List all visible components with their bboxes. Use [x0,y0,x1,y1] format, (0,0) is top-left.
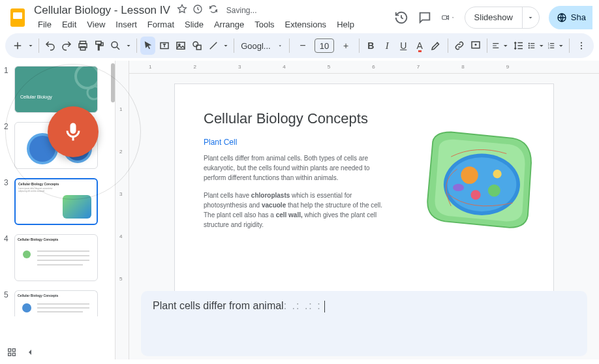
caption-cursor [324,301,325,312]
new-slide-button[interactable] [10,37,25,55]
slideshow-caret[interactable] [522,7,539,28]
menu-slide[interactable]: Slide [181,18,207,31]
history-icon[interactable] [394,10,408,25]
thumb-row-5[interactable]: 5 Cellular Biology Concepts [4,290,111,316]
menu-view[interactable]: View [83,18,109,31]
svg-rect-9 [177,42,185,50]
image-tool[interactable] [173,37,188,55]
underline-button[interactable]: U [396,37,411,55]
svg-point-37 [493,170,501,178]
font-size-input[interactable]: 10 [315,38,334,53]
share-button[interactable]: Sha [549,6,592,29]
plant-cell-image[interactable] [414,126,538,237]
svg-point-20 [580,42,581,43]
font-size-decrease[interactable]: − [294,37,312,55]
line-tool[interactable] [206,37,221,55]
slide-paragraph-1: Plant cells differ from animal cells. Bo… [204,153,386,183]
svg-rect-39 [8,349,11,352]
star-icon[interactable] [177,4,187,17]
select-tool[interactable] [140,37,155,55]
mic-button[interactable] [48,106,99,157]
italic-button[interactable]: I [380,37,395,55]
line-caret[interactable] [222,37,230,55]
numbered-list-button[interactable]: 123 [547,37,565,55]
menu-file[interactable]: File [34,18,55,31]
svg-point-38 [453,184,464,191]
slide-thumb-4[interactable]: Cellular Biology Concepts [14,234,98,281]
svg-point-11 [193,42,198,47]
add-comment-button[interactable] [468,37,483,55]
menu-insert[interactable]: Insert [112,18,141,31]
svg-rect-40 [12,349,15,352]
menu-format[interactable]: Format [144,18,178,31]
svg-point-34 [461,166,478,183]
toolbar: Googl... − 10 + B I U A 123 [5,33,594,58]
svg-rect-41 [8,353,11,356]
more-tools-button[interactable] [574,37,589,55]
bold-button[interactable]: B [363,37,378,55]
move-icon[interactable] [192,4,203,17]
title-area: Cellular Biology - Lesson IV Saving... F… [34,4,389,31]
slide-thumb-1[interactable]: Cellular Biology [14,66,98,113]
thumb-row-3[interactable]: 3 Cellular Biology Concepts Lorem ipsum … [4,178,111,225]
svg-point-30 [23,250,31,258]
svg-point-14 [529,43,529,44]
highlight-button[interactable] [429,37,444,55]
slide-thumb-3[interactable]: Cellular Biology Concepts Lorem ipsum do… [14,178,98,225]
menu-extensions[interactable]: Extensions [281,18,331,31]
comment-icon[interactable] [418,10,432,25]
undo-button[interactable] [43,37,58,55]
line-spacing-button[interactable] [511,37,526,55]
svg-rect-1 [442,16,446,20]
textbox-tool[interactable] [157,37,172,55]
redo-button[interactable] [59,37,74,55]
shape-tool[interactable] [189,37,204,55]
app-logo[interactable] [7,7,29,29]
svg-point-16 [529,48,529,48]
text-color-button[interactable]: A [412,37,427,55]
svg-point-31 [22,303,31,312]
svg-point-35 [488,185,500,197]
slide-panel: 1 Cellular Biology 2 3 Cellular Biology … [0,61,115,359]
thumb-row-1[interactable]: 1 Cellular Biology [4,66,111,113]
svg-point-7 [112,42,117,48]
svg-point-21 [580,45,581,46]
menu-help[interactable]: Help [333,18,358,31]
slideshow-label[interactable]: Slideshow [465,7,522,28]
svg-point-23 [76,66,98,88]
new-slide-caret[interactable] [27,37,35,55]
menu-edit[interactable]: Edit [58,18,80,31]
thumb-1-decoration [61,66,98,102]
font-selector[interactable]: Googl... [238,41,285,51]
menu-tools[interactable]: Tools [251,18,278,31]
caption-text: Plant cells differ from animal [153,300,284,311]
slide-canvas[interactable]: Cellular Biology Concepts Plant Cell Pla… [175,84,553,293]
menu-arrange[interactable]: Arrange [210,18,248,31]
speaker-notes[interactable]: Plant cells differ from animal: .: .: : [141,291,587,356]
print-button[interactable] [76,37,91,55]
titlebar: Cellular Biology - Lesson IV Saving... F… [0,0,599,31]
vertical-ruler: 1 2 3 4 5 [115,61,129,359]
svg-rect-42 [12,353,15,356]
zoom-button[interactable] [108,37,123,55]
font-size-increase[interactable]: + [337,37,355,55]
slide-title[interactable]: Cellular Biology Concepts [204,110,525,127]
thumb-row-4[interactable]: 4 Cellular Biology Concepts [4,234,111,281]
thumb-4-content [18,241,96,274]
align-button[interactable] [491,37,510,55]
slide-body[interactable]: Plant cells differ from animal cells. Bo… [204,153,386,230]
bullet-list-button[interactable] [527,37,545,55]
video-icon[interactable] [441,10,455,25]
grid-view-icon[interactable] [7,347,17,360]
zoom-caret[interactable] [125,37,132,55]
collapse-panel-icon[interactable] [25,347,35,360]
svg-point-15 [529,45,529,46]
link-button[interactable] [452,37,467,55]
globe-icon [557,12,567,23]
cloud-status-icon[interactable] [208,4,219,17]
slideshow-button[interactable]: Slideshow [465,7,540,29]
paint-format-button[interactable] [92,37,107,55]
document-title[interactable]: Cellular Biology - Lesson IV [34,4,170,17]
slide-thumb-5[interactable]: Cellular Biology Concepts [14,290,98,316]
share-label: Sha [571,12,586,22]
